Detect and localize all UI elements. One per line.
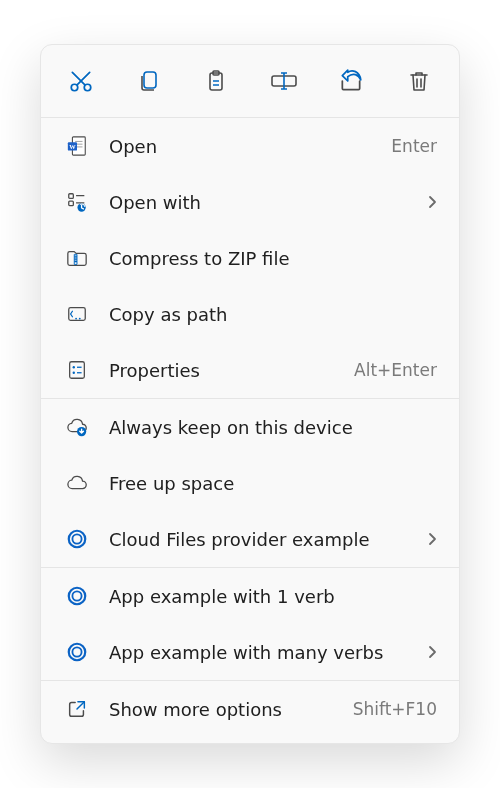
open-label: Open [109, 136, 379, 157]
word-document-icon: W [66, 135, 88, 157]
app-one-verb-label: App example with 1 verb [109, 586, 437, 607]
cloud-provider-item[interactable]: Cloud Files provider example [41, 511, 459, 567]
zip-folder-icon [66, 248, 88, 268]
svg-rect-32 [70, 362, 85, 379]
properties-accelerator: Alt+Enter [354, 360, 437, 380]
clipboard-icon [204, 68, 228, 94]
app-many-verbs-item[interactable]: App example with many verbs [41, 624, 459, 680]
open-with-icon [66, 191, 88, 213]
svg-point-31 [79, 318, 81, 320]
svg-point-34 [73, 372, 75, 374]
app-ring-icon [66, 641, 88, 663]
free-space-item[interactable]: Free up space [41, 455, 459, 511]
free-space-label: Free up space [109, 473, 437, 494]
rename-button[interactable] [266, 63, 302, 99]
delete-button[interactable] [401, 63, 437, 99]
svg-point-40 [69, 588, 86, 605]
svg-rect-20 [69, 201, 74, 206]
always-keep-label: Always keep on this device [109, 417, 437, 438]
copy-button[interactable] [131, 63, 167, 99]
rename-icon [270, 69, 298, 93]
app-one-verb-item[interactable]: App example with 1 verb [41, 568, 459, 624]
toolbar [41, 45, 459, 117]
cloud-keep-icon [65, 417, 89, 437]
svg-rect-4 [144, 72, 156, 88]
svg-point-30 [75, 318, 77, 320]
properties-label: Properties [109, 360, 342, 381]
chevron-right-icon [427, 645, 437, 659]
copy-path-label: Copy as path [109, 304, 437, 325]
svg-point-42 [69, 644, 86, 661]
scissors-icon [68, 68, 94, 94]
chevron-right-icon [427, 532, 437, 546]
svg-rect-19 [69, 194, 74, 199]
copy-path-item[interactable]: Copy as path [41, 286, 459, 342]
compress-label: Compress to ZIP file [109, 248, 437, 269]
copy-icon [137, 68, 161, 94]
paste-button[interactable] [198, 63, 234, 99]
open-accelerator: Enter [391, 136, 437, 156]
svg-text:W: W [69, 143, 76, 150]
svg-point-33 [73, 366, 75, 368]
app-ring-icon [66, 585, 88, 607]
copy-path-icon [66, 304, 88, 324]
show-more-accelerator: Shift+F10 [353, 699, 437, 719]
compress-item[interactable]: Compress to ZIP file [41, 230, 459, 286]
show-more-item[interactable]: Show more options Shift+F10 [41, 681, 459, 737]
context-menu: W Open Enter Open with [40, 44, 460, 744]
open-item[interactable]: W Open Enter [41, 118, 459, 174]
open-with-label: Open with [109, 192, 415, 213]
app-many-verbs-label: App example with many verbs [109, 642, 415, 663]
svg-point-43 [72, 647, 81, 656]
trash-icon [407, 68, 431, 94]
svg-point-39 [72, 534, 81, 543]
share-icon [338, 68, 364, 94]
cloud-icon [65, 474, 89, 492]
share-button[interactable] [333, 63, 369, 99]
chevron-right-icon [427, 195, 437, 209]
svg-point-38 [69, 531, 86, 548]
cut-button[interactable] [63, 63, 99, 99]
open-with-item[interactable]: Open with [41, 174, 459, 230]
properties-item[interactable]: Properties Alt+Enter [41, 342, 459, 398]
cloud-provider-label: Cloud Files provider example [109, 529, 415, 550]
show-more-icon [66, 698, 88, 720]
show-more-label: Show more options [109, 699, 341, 720]
properties-icon [67, 359, 87, 381]
always-keep-item[interactable]: Always keep on this device [41, 399, 459, 455]
svg-point-41 [72, 591, 81, 600]
app-ring-icon [66, 528, 88, 550]
